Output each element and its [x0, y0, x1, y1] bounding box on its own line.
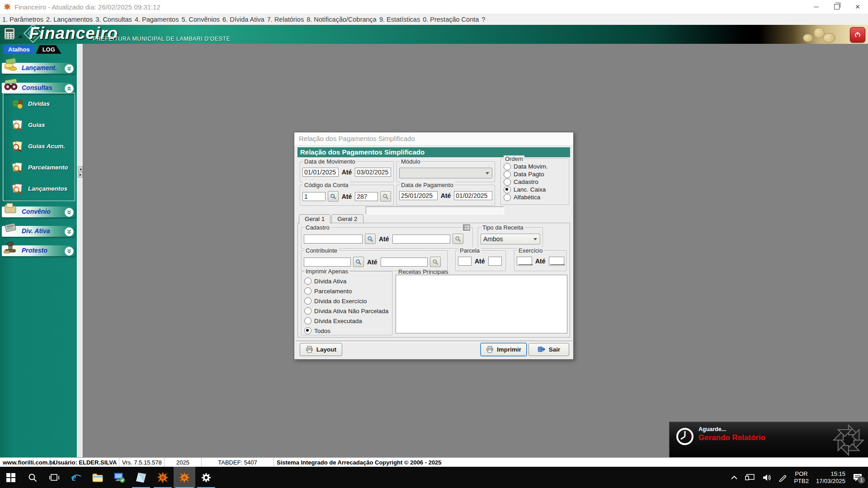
splitter-expand-button[interactable]	[78, 172, 83, 178]
radio-divida-executada[interactable]: Dívida Executada	[304, 316, 392, 326]
menu-item-prestacao-conta[interactable]: 0. Prestação Conta	[421, 16, 480, 23]
radio-ordem-cadastro[interactable]: Cadastro	[504, 178, 569, 186]
codigo-conta-from-input[interactable]: 1	[302, 192, 326, 201]
menu-item-parametros[interactable]: 1. Parâmetros	[1, 16, 45, 23]
sidebar-tab-atalhos[interactable]: Atalhos	[4, 45, 34, 54]
radio-ordem-lanc-caixa[interactable]: Lanc. Caixa	[504, 186, 569, 193]
sidebar-item-parcelamento[interactable]: Parcelamento	[3, 157, 75, 178]
chevron-down-icon[interactable]	[65, 208, 74, 217]
dropdown-arrow-icon[interactable]	[18, 35, 23, 38]
imprimir-button[interactable]: Imprimir	[481, 343, 527, 356]
data-pagamento-from-input[interactable]: 25/01/2025	[399, 191, 438, 200]
data-pagamento-to-input[interactable]: 01/02/2025	[454, 191, 492, 200]
chevron-down-icon[interactable]	[65, 227, 74, 236]
tray-chevron-up-icon[interactable]	[731, 475, 738, 480]
internet-explorer-icon[interactable]: e	[65, 467, 87, 488]
search-taskbar-icon[interactable]	[22, 467, 43, 488]
action-center-icon[interactable]: 1	[853, 473, 863, 482]
sidebar-splitter[interactable]	[77, 44, 83, 457]
sidebar-group-protesto[interactable]: Protesto	[2, 244, 75, 257]
status-tabdef: TABDEF: 5407	[202, 458, 274, 467]
search-icon[interactable]	[430, 257, 441, 267]
layout-button[interactable]: Layout	[300, 343, 342, 356]
task-view-icon[interactable]	[43, 467, 65, 488]
group-label: Data de Pagamento	[400, 182, 455, 188]
radio-ordem-alfabetica[interactable]: Alfabética	[504, 193, 569, 201]
contribuinte-from-input[interactable]	[304, 258, 351, 267]
menu-item-consultas[interactable]: 3. Consultas	[94, 16, 133, 23]
tray-display-icon[interactable]	[745, 474, 755, 482]
data-movimento-to-input[interactable]: 03/02/2025	[355, 168, 391, 177]
status-site[interactable]: www.fiorilli.com.br	[0, 458, 51, 467]
parcela-from-input[interactable]	[458, 257, 472, 266]
restore-button[interactable]	[826, 0, 847, 14]
menu-item-estatisticas[interactable]: 9. Estatísticas	[378, 16, 421, 23]
codigo-conta-to-input[interactable]: 287	[355, 192, 378, 201]
search-icon[interactable]	[353, 257, 364, 267]
tipo-receita-select[interactable]: Ambos	[481, 234, 540, 244]
minimize-button[interactable]	[806, 0, 826, 14]
radio-divida-nao-parcelada[interactable]: Dívida Ativa Não Parcelada	[304, 306, 392, 316]
chevron-up-icon[interactable]	[65, 84, 74, 93]
cadastro-to-input[interactable]	[392, 235, 450, 244]
sidebar-item-guias[interactable]: Guias	[3, 114, 75, 136]
sidebar-item-label: Lançamentos	[28, 185, 67, 192]
search-icon[interactable]	[365, 234, 376, 244]
dialog-title[interactable]: Relação dos Pagamentos Simplificado	[294, 132, 573, 145]
sair-button[interactable]: Sair	[528, 343, 569, 356]
menu-item-divida-ativa[interactable]: 6. Dívida Ativa	[221, 16, 266, 23]
parcela-to-input[interactable]	[488, 257, 502, 266]
chevron-down-icon[interactable]	[65, 64, 74, 73]
search-icon[interactable]	[453, 234, 463, 244]
glass-app-icon[interactable]	[130, 467, 152, 488]
chevron-down-icon[interactable]	[65, 247, 74, 256]
sidebar-group-div-ativa[interactable]: Div. Ativa	[2, 224, 75, 238]
fiorilli-financeiro-icon[interactable]	[174, 467, 195, 488]
receitas-principais-listbox[interactable]	[396, 275, 567, 333]
radio-divida-exercicio[interactable]: Dívida do Exercício	[304, 296, 392, 306]
sidebar-item-dividas[interactable]: Dívidas	[3, 93, 75, 114]
search-icon[interactable]	[328, 191, 339, 202]
ate-label: Até	[440, 192, 452, 199]
tab-geral-1[interactable]: Geral 1	[299, 214, 330, 224]
list-picker-icon[interactable]	[462, 225, 471, 230]
file-explorer-icon[interactable]	[87, 467, 108, 488]
data-movimento-from-input[interactable]: 01/01/2025	[302, 168, 339, 177]
sidebar-group-convenio[interactable]: Convênio	[2, 205, 75, 218]
contribuinte-to-input[interactable]	[381, 258, 428, 267]
close-button[interactable]: ×	[847, 0, 868, 14]
menu-item-relatorios[interactable]: 7. Relatórios	[266, 16, 305, 23]
power-button[interactable]	[850, 27, 865, 42]
fiorilli-app-icon[interactable]	[152, 467, 174, 488]
exercicio-to-input[interactable]: ____	[549, 257, 564, 266]
search-icon[interactable]	[380, 191, 391, 202]
tray-language-indicator[interactable]: POR PTB2	[794, 470, 809, 485]
settings-gear-icon[interactable]	[195, 467, 217, 488]
toast-notification[interactable]: Aguarde... Gerando Relatório	[669, 422, 868, 457]
radio-todos[interactable]: Todos	[304, 326, 392, 336]
radio-ordem-data-pagto[interactable]: Data Pagto	[504, 170, 569, 178]
modulo-select[interactable]	[399, 168, 492, 178]
radio-parcelamento[interactable]: Parcelamento	[304, 286, 392, 296]
calculator-icon[interactable]	[4, 28, 15, 40]
sidebar-tab-log[interactable]: LOG	[36, 45, 61, 54]
start-button[interactable]	[0, 467, 22, 488]
sidebar-group-lancamentos[interactable]: Lançament.	[2, 61, 75, 75]
menu-item-lancamentos[interactable]: 2. Lançamentos	[45, 16, 94, 23]
sidebar-item-guias-acum[interactable]: Guias Acum.	[3, 136, 75, 157]
folder-document-icon	[3, 201, 18, 216]
radio-divida-ativa[interactable]: Dívida Ativa	[304, 276, 392, 286]
radio-ordem-data-movim[interactable]: Data Movim.	[504, 163, 569, 170]
menu-item-pagamentos[interactable]: 4. Pagamentos	[133, 16, 180, 23]
exercicio-from-input[interactable]: ____	[517, 257, 532, 266]
menu-item-convenios[interactable]: 5. Convênios	[180, 16, 221, 23]
sidebar-item-lancamentos[interactable]: Lançamentos	[3, 178, 75, 199]
tray-pen-icon[interactable]	[778, 474, 787, 482]
cadastro-from-input[interactable]	[304, 235, 363, 244]
tab-geral-2[interactable]: Geral 2	[331, 214, 363, 223]
menu-item-help[interactable]: ?	[480, 16, 486, 23]
tray-volume-icon[interactable]	[762, 474, 771, 482]
tray-clock[interactable]: 15:15 17/03/2025	[816, 470, 845, 485]
menu-item-notificacao-cobranca[interactable]: 8. Notificação/Cobrança	[305, 16, 378, 23]
system-app-icon[interactable]	[108, 467, 130, 488]
